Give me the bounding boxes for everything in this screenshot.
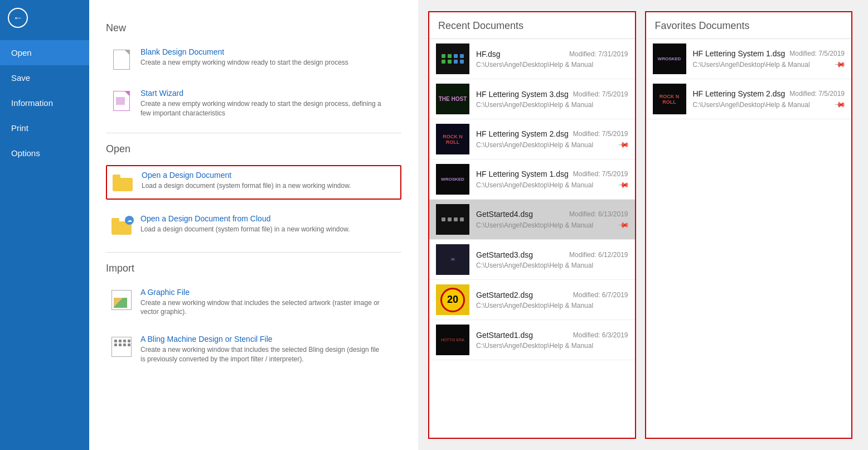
doc-name-6: GetStarted2.dsg (476, 291, 533, 299)
open-design-item[interactable]: Open a Design Document Load a design doc… (106, 165, 401, 200)
open-design-icon (111, 172, 134, 194)
open-design-label: Open a Design Document (142, 171, 351, 180)
blank-doc-label: Blank Design Document (140, 47, 348, 56)
fav-doc-path-1: C:\Users\Angel\Desktop\Help & Manual (693, 101, 810, 109)
fav-doc-path-0: C:\Users\Angel\Desktop\Help & Manual (693, 61, 810, 69)
graphic-file-icon (110, 289, 133, 311)
open-cloud-item[interactable]: ☁ Open a Design Document from Cloud Load… (106, 211, 401, 241)
fav-doc-name-1: HF Lettering System 2.dsg (693, 89, 785, 98)
doc-info-6: GetStarted2.dsg Modified: 6/7/2019 C:\Us… (476, 291, 628, 309)
doc-path-2: C:\Users\Angel\Desktop\Help & Manual (476, 141, 593, 149)
recent-docs-list: HF.dsg Modified: 7/31/2019 C:\Users\Ange… (429, 39, 635, 438)
sidebar-item-print[interactable]: Print (0, 115, 89, 141)
sidebar-item-save[interactable]: Save (0, 65, 89, 90)
doc-info-3: HF Lettering System 1.dsg Modified: 7/5/… (476, 170, 628, 189)
back-button[interactable]: ← (4, 4, 31, 31)
sidebar-item-open[interactable]: Open (0, 40, 89, 65)
pin-icon-4[interactable]: 📌 (618, 219, 630, 231)
recent-docs-panel: Recent Documents (428, 11, 636, 439)
graphic-file-desc: Create a new working window that include… (140, 298, 386, 317)
recent-doc-item-0[interactable]: HF.dsg Modified: 7/31/2019 C:\Users\Ange… (429, 39, 635, 79)
doc-name-7: GetStarted1.dsg (476, 331, 533, 340)
doc-path-6: C:\Users\Angel\Desktop\Help & Manual (476, 302, 593, 309)
doc-info-5: GetStarted3.dsg Modified: 6/12/2019 C:\U… (476, 250, 628, 269)
bling-file-item[interactable]: A Bling Machine Design or Stencil File C… (106, 331, 401, 367)
doc-info-4: GetStarted4.dsg Modified: 6/13/2019 C:\U… (476, 210, 628, 229)
open-section-title: Open (106, 143, 401, 155)
bling-file-desc: Create a new working window that include… (140, 345, 386, 364)
doc-modified-0: Modified: 7/31/2019 (569, 50, 628, 58)
doc-name-0: HF.dsg (476, 50, 501, 59)
doc-modified-4: Modified: 6/13/2019 (569, 210, 628, 218)
doc-info-1: HF Lettering System 3.dsg Modified: 7/5/… (476, 90, 628, 109)
doc-thumb-3: WROSKED (436, 164, 469, 195)
doc-thumb-4 (436, 204, 469, 235)
sidebar-item-options[interactable]: Options (0, 141, 89, 166)
fav-doc-modified-0: Modified: 7/5/2019 (789, 50, 845, 57)
import-section-title: Import (106, 263, 401, 274)
pin-icon-2[interactable]: 📌 (618, 139, 630, 151)
start-wizard-item[interactable]: Start Wizard Create a new empty working … (106, 85, 401, 122)
back-circle-icon: ← (8, 8, 28, 28)
open-design-desc: Load a design document (system format fi… (142, 181, 351, 191)
divider-1 (106, 133, 401, 133)
doc-name-1: HF Lettering System 3.dsg (476, 90, 569, 99)
doc-info-2: HF Lettering System 2.dsg Modified: 7/5/… (476, 129, 628, 149)
doc-thumb-0 (436, 43, 469, 74)
open-cloud-icon: ☁ (110, 215, 133, 238)
fav-doc-info-1: HF Lettering System 2.dsg Modified: 7/5/… (693, 89, 845, 109)
favorites-docs-title: Favorites Documents (646, 12, 852, 39)
doc-modified-3: Modified: 7/5/2019 (573, 170, 628, 178)
doc-path-3: C:\Users\Angel\Desktop\Help & Manual (476, 181, 593, 189)
doc-path-5: C:\Users\Angel\Desktop\Help & Manual (476, 262, 593, 269)
recent-docs-title: Recent Documents (429, 12, 635, 39)
doc-name-5: GetStarted3.dsg (476, 250, 533, 259)
recent-doc-item-3[interactable]: WROSKED HF Lettering System 1.dsg Modifi… (429, 159, 635, 200)
recent-doc-item-1[interactable]: THE HOST HF Lettering System 3.dsg Modif… (429, 79, 635, 119)
doc-path-4: C:\Users\Angel\Desktop\Help & Manual (476, 221, 593, 229)
pin-icon-3[interactable]: 📌 (618, 179, 630, 191)
doc-name-3: HF Lettering System 1.dsg (476, 170, 569, 178)
graphic-file-item[interactable]: A Graphic File Create a new working wind… (106, 284, 401, 321)
fav-doc-item-1[interactable]: ROCK N ROLL HF Lettering System 2.dsg Mo… (646, 79, 852, 119)
sidebar: ← Open Save Information Print Options (0, 0, 89, 450)
favorites-docs-list: WROSKED HF Lettering System 1.dsg Modifi… (646, 39, 852, 438)
graphic-file-label: A Graphic File (140, 288, 386, 297)
doc-thumb-7: HOTTIX ERA (436, 325, 469, 355)
fav-pin-icon-1[interactable]: 📌 (834, 99, 846, 111)
doc-path-1: C:\Users\Angel\Desktop\Help & Manual (476, 101, 593, 109)
bling-file-icon (110, 336, 133, 358)
recent-doc-item-5[interactable]: ✉ GetStarted3.dsg Modified: 6/12/2019 C:… (429, 240, 635, 280)
blank-doc-item[interactable]: Blank Design Document Create a new empty… (106, 44, 401, 74)
open-cloud-label: Open a Design Document from Cloud (140, 214, 350, 223)
recent-doc-item-2[interactable]: ROCK N ROLL HF Lettering System 2.dsg Mo… (429, 119, 635, 159)
doc-modified-7: Modified: 6/3/2019 (573, 331, 628, 339)
fav-doc-info-0: HF Lettering System 1.dsg Modified: 7/5/… (693, 49, 845, 69)
recent-doc-item-4[interactable]: GetStarted4.dsg Modified: 6/13/2019 C:\U… (429, 200, 635, 240)
fav-pin-icon-0[interactable]: 📌 (834, 59, 846, 71)
fav-doc-thumb-1: ROCK N ROLL (653, 84, 686, 114)
recent-doc-item-7[interactable]: HOTTIX ERA GetStarted1.dsg Modified: 6/3… (429, 320, 635, 360)
new-section-title: New (106, 22, 401, 34)
doc-thumb-1: THE HOST (436, 84, 469, 114)
recent-doc-item-6[interactable]: 20 GetStarted2.dsg Modified: 6/7/2019 C:… (429, 280, 635, 320)
open-cloud-desc: Load a design document (system format fi… (140, 225, 350, 234)
doc-modified-2: Modified: 7/5/2019 (573, 130, 628, 138)
doc-thumb-5: ✉ (436, 244, 469, 275)
doc-name-4: GetStarted4.dsg (476, 210, 533, 219)
fav-doc-item-0[interactable]: WROSKED HF Lettering System 1.dsg Modifi… (646, 39, 852, 79)
fav-doc-thumb-0: WROSKED (653, 43, 686, 74)
doc-thumb-6: 20 (436, 284, 469, 315)
doc-name-2: HF Lettering System 2.dsg (476, 129, 569, 138)
start-wizard-icon (110, 90, 133, 112)
doc-path-7: C:\Users\Angel\Desktop\Help & Manual (476, 342, 593, 350)
divider-2 (106, 252, 401, 253)
blank-doc-desc: Create a new empty working window ready … (140, 58, 348, 67)
fav-doc-modified-1: Modified: 7/5/2019 (789, 90, 845, 98)
doc-info-0: HF.dsg Modified: 7/31/2019 C:\Users\Ange… (476, 50, 628, 69)
sidebar-item-information[interactable]: Information (0, 90, 89, 115)
blank-doc-icon (110, 49, 133, 71)
favorites-docs-panel: Favorites Documents WROSKED HF Lettering… (645, 11, 853, 439)
bling-file-label: A Bling Machine Design or Stencil File (140, 335, 386, 343)
start-wizard-desc: Create a new empty working window ready … (140, 99, 386, 118)
